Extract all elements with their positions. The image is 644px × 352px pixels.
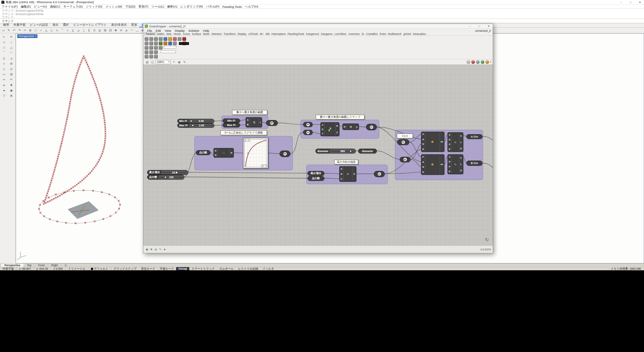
toolbar-tab[interactable]: 作業平面 <box>11 23 28 27</box>
toolbar-icon[interactable]: ⊥ <box>81 28 86 33</box>
menu-item[interactable]: ビュー(V) <box>32 5 49 9</box>
maximize-button[interactable]: □ <box>475 24 483 29</box>
tool-palette-icon[interactable]: ✂ <box>1 77 8 82</box>
tool-palette-icon[interactable]: ▽ <box>1 93 8 98</box>
menu-item[interactable]: ヘルプ(H) <box>243 5 260 9</box>
toolbar-tab[interactable]: 標準 <box>1 23 11 27</box>
menu-item[interactable]: Display <box>173 29 186 32</box>
toolbar-icon[interactable]: ⊙ <box>92 28 97 33</box>
statusbar-toggle[interactable]: 平面モード <box>158 267 176 270</box>
tool-palette-icon[interactable]: □ <box>1 45 8 50</box>
toolbar-icon[interactable]: ∿ <box>54 28 59 33</box>
minimize-button[interactable]: – <box>466 24 474 29</box>
viewport-canvas[interactable] <box>16 34 642 262</box>
toolbar-icon[interactable]: ◠ <box>129 28 134 33</box>
toolbar-tab[interactable]: ビューの設定 <box>28 23 50 27</box>
surface-plane[interactable] <box>68 201 98 219</box>
statusbar-toggle[interactable]: フィルタ <box>260 267 276 270</box>
statusbar-toggle[interactable]: Osnap <box>176 267 189 270</box>
tool-palette-icon[interactable]: ∿ <box>1 40 8 45</box>
menu-item[interactable]: 寸法(D) <box>124 5 137 9</box>
toolbar-icon[interactable]: △ <box>44 28 49 33</box>
toolbar-tab[interactable]: 表示/非表示 <box>109 23 129 27</box>
viewport-tab[interactable]: Front <box>35 264 48 267</box>
menu-item[interactable]: サーフェス(S) <box>62 5 84 9</box>
toolbar-tab[interactable]: 変形 <box>129 23 139 27</box>
viewport-title[interactable]: Perspective ▾ <box>17 34 37 38</box>
tool-palette-icon[interactable]: ▭ <box>1 72 8 77</box>
viewport-tab-menu-icon[interactable]: ⊙ <box>61 264 70 267</box>
viewport-tab[interactable]: Right <box>48 264 61 267</box>
tool-palette-icon[interactable]: ◠ <box>8 50 15 55</box>
perspective-viewport[interactable]: Perspective ▾ <box>16 33 644 263</box>
toolbar-icon[interactable]: ∠ <box>70 28 75 33</box>
statusbar-toggle[interactable]: ガムボール <box>217 267 236 270</box>
toolbar-icon[interactable]: ∥ <box>86 28 92 33</box>
menu-item[interactable]: 解析(A) <box>166 5 179 9</box>
toolbar-icon[interactable]: ◇ <box>49 28 54 33</box>
statusbar-toggle[interactable]: 直交モード <box>139 267 157 270</box>
toolbar-icon[interactable]: ⌀ <box>124 28 129 33</box>
toolbar-icon[interactable]: ✂ <box>22 28 27 33</box>
toolbar-icon[interactable]: □ <box>33 28 38 33</box>
menu-item[interactable]: Edit <box>154 29 163 32</box>
menu-item[interactable]: 曲線(C) <box>48 5 62 9</box>
tool-palette-icon[interactable]: ● <box>1 88 8 93</box>
tool-palette-icon[interactable]: ⌒ <box>1 50 8 55</box>
toolbar-icon[interactable]: ✎ <box>6 28 11 33</box>
menu-item[interactable]: Help <box>201 29 211 32</box>
tool-palette-icon[interactable]: ↶ <box>8 77 15 82</box>
viewport-tab[interactable]: Top <box>24 264 35 267</box>
menu-item[interactable]: メッシュ(M) <box>104 5 124 9</box>
tool-palette-icon[interactable]: ⊕ <box>8 61 15 66</box>
viewport-tab[interactable]: Perspective <box>1 264 24 267</box>
tool-palette-icon[interactable]: ◇ <box>1 66 8 71</box>
toolbar-icon[interactable]: ⊕ <box>28 28 33 33</box>
toolbar-icon[interactable]: ⊟ <box>108 28 113 33</box>
tool-palette-icon[interactable]: ⌀ <box>1 82 8 87</box>
tool-palette-icon[interactable]: ⊞ <box>8 72 15 77</box>
menu-item[interactable]: 変形(T) <box>137 5 150 9</box>
toolbar-icon[interactable]: ⊿ <box>76 28 81 33</box>
cplane-cell[interactable]: 作業平面 <box>0 267 17 270</box>
tool-palette-icon[interactable]: ✎ <box>8 34 15 39</box>
menu-item[interactable]: ソリッド(O) <box>84 5 104 9</box>
toolbar-icon[interactable]: ≈ <box>65 28 70 33</box>
close-button[interactable]: ✕ <box>485 24 493 29</box>
tool-palette-icon[interactable]: △ <box>8 45 15 50</box>
toolbar-tab[interactable]: 表示 <box>50 23 61 27</box>
tool-palette-icon[interactable]: ↖ <box>1 34 8 39</box>
toolbar-icon[interactable]: ◡ <box>135 28 140 33</box>
menu-item[interactable]: 編集(E) <box>19 5 32 9</box>
toolbar-icon[interactable]: ▭ <box>1 28 6 33</box>
tool-palette-icon[interactable]: ∠ <box>1 56 8 61</box>
statusbar-toggle[interactable]: スマートトラック <box>189 267 217 270</box>
rhino-titlebar[interactable]: 無題.3dm (19341 KB) - Rhinoceros 5.0 Comme… <box>0 0 644 5</box>
units-cell[interactable]: ミリメートル <box>66 267 88 270</box>
toolbar-icon[interactable]: ◎ <box>97 28 102 33</box>
menu-item[interactable]: Solution <box>186 29 201 32</box>
tool-palette-icon[interactable]: ⊗ <box>8 93 15 98</box>
leaf-curve[interactable] <box>44 56 105 204</box>
tool-palette-icon[interactable]: ✚ <box>8 82 15 87</box>
layer-cell[interactable]: デフォルト <box>88 267 111 270</box>
minimize-button[interactable]: – <box>617 0 625 5</box>
maximize-button[interactable]: □ <box>626 0 635 5</box>
statusbar-toggle[interactable]: ヒストリを記録 <box>236 267 260 270</box>
tool-palette-icon[interactable]: ⊿ <box>8 56 15 61</box>
close-button[interactable]: ✕ <box>636 0 644 5</box>
toolbar-icon[interactable]: ↶ <box>12 28 17 33</box>
tool-palette-icon[interactable]: ≈ <box>1 61 8 66</box>
menu-item[interactable]: Paneling Tools <box>221 5 243 8</box>
toolbar-icon[interactable]: ✕ <box>119 28 124 33</box>
menu-item[interactable]: File <box>145 29 154 32</box>
toolbar-icon[interactable]: ○ <box>38 28 43 33</box>
toolbar-tab[interactable]: ビューポートレイアウト <box>71 23 109 27</box>
toolbar-icon[interactable]: ⊞ <box>103 28 108 33</box>
menu-item[interactable]: ファイル(F) <box>0 5 19 9</box>
menu-item[interactable]: パネル(P) <box>204 5 221 9</box>
menu-item[interactable]: レンダリング(R) <box>179 5 205 9</box>
menu-item[interactable]: View <box>163 29 173 32</box>
tool-palette-icon[interactable]: ◆ <box>8 88 15 93</box>
toolbar-icon[interactable]: ↷ <box>17 28 22 33</box>
